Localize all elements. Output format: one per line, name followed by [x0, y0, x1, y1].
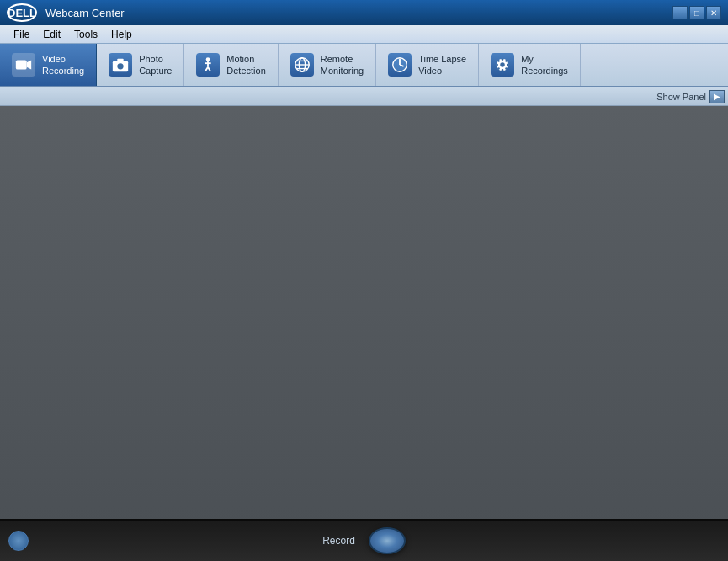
- tab-photo-capture[interactable]: Photo Capture: [97, 44, 184, 86]
- tab-my-recordings[interactable]: My Recordings: [479, 44, 581, 86]
- tab-my-recordings-label: My Recordings: [521, 53, 568, 77]
- remote-monitoring-icon: [290, 53, 314, 77]
- menu-bar: File Edit Tools Help: [0, 25, 728, 44]
- minimize-button[interactable]: −: [672, 6, 688, 19]
- video-recording-icon: [12, 53, 35, 77]
- toolbar: Video Recording Photo Capture: [0, 44, 728, 87]
- tab-time-lapse[interactable]: Time Lapse Video: [376, 44, 479, 86]
- menu-file[interactable]: File: [7, 27, 36, 42]
- time-lapse-icon: [388, 53, 412, 77]
- window-controls: − □ ✕: [672, 6, 721, 19]
- svg-point-21: [502, 69, 504, 71]
- bottom-left-indicator: [8, 531, 29, 551]
- photo-capture-icon: [109, 53, 132, 77]
- tab-video-recording-label: Video Recording: [42, 53, 84, 77]
- tab-time-lapse-label: Time Lapse Video: [418, 53, 466, 77]
- show-panel-button[interactable]: ▶: [709, 90, 725, 103]
- my-recordings-icon: [491, 53, 514, 77]
- svg-point-5: [206, 57, 210, 61]
- svg-point-3: [117, 63, 123, 69]
- tab-video-recording[interactable]: Video Recording: [0, 44, 97, 86]
- tab-motion-detection[interactable]: Motion Detection: [184, 44, 278, 86]
- svg-point-24: [497, 60, 500, 62]
- svg-marker-1: [27, 61, 31, 70]
- svg-point-25: [505, 60, 507, 62]
- svg-point-27: [505, 67, 507, 70]
- show-panel-label: Show Panel: [656, 92, 706, 102]
- tab-remote-monitoring[interactable]: Remote Monitoring: [279, 44, 376, 86]
- menu-edit[interactable]: Edit: [36, 27, 67, 42]
- show-panel-bar: Show Panel ▶: [0, 87, 728, 106]
- tab-remote-monitoring-label: Remote Monitoring: [321, 53, 364, 77]
- svg-point-19: [500, 62, 505, 67]
- svg-line-9: [208, 67, 210, 71]
- app-title: Webcam Center: [45, 7, 672, 19]
- svg-point-22: [496, 64, 498, 66]
- svg-rect-4: [117, 59, 123, 62]
- record-button[interactable]: [369, 527, 406, 554]
- tab-photo-capture-label: Photo Capture: [139, 53, 172, 77]
- dell-logo: DELL: [7, 3, 37, 22]
- svg-rect-0: [16, 61, 27, 70]
- svg-point-20: [502, 58, 504, 61]
- main-content-area: [0, 106, 728, 561]
- title-bar: DELL Webcam Center − □ ✕: [0, 0, 728, 25]
- motion-detection-icon: [196, 53, 220, 77]
- svg-point-23: [507, 64, 509, 66]
- bottom-bar: Record: [0, 519, 728, 561]
- close-button[interactable]: ✕: [706, 6, 721, 19]
- maximize-button[interactable]: □: [689, 6, 704, 19]
- record-label: Record: [322, 535, 355, 547]
- tab-motion-detection-label: Motion Detection: [226, 53, 265, 77]
- svg-point-26: [497, 67, 500, 70]
- menu-tools[interactable]: Tools: [67, 27, 104, 42]
- menu-help[interactable]: Help: [104, 27, 139, 42]
